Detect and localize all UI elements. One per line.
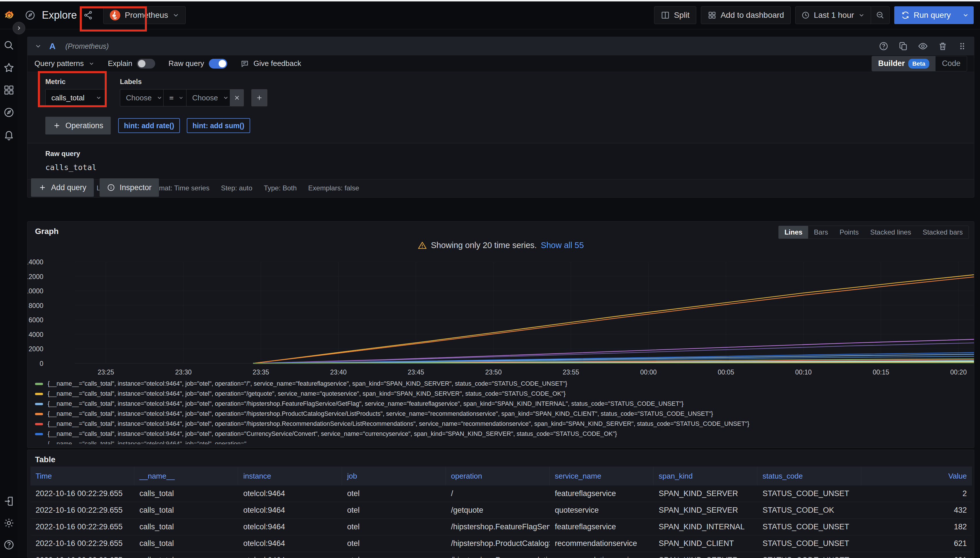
sidebar [0,29,18,558]
table-row[interactable]: 2022-10-16 00:22:29.655calls_totalotelco… [30,535,972,552]
metric-value: calls_total [51,94,85,102]
table-cell: 2022-10-16 00:22:29.655 [30,519,134,535]
compass-icon [25,10,36,21]
legend-item[interactable]: {__name__="calls_total", instance="otelc… [35,409,967,419]
table-row[interactable]: 2022-10-16 00:22:29.655calls_totalotelco… [30,519,972,535]
inspector-button[interactable]: Inspector [100,178,159,197]
add-query-button[interactable]: Add query [31,178,94,197]
legend-item[interactable]: {__name__="calls_total", instance="otelc… [35,399,967,409]
column-header-operation[interactable]: operation [446,466,550,486]
builder-mode-tab[interactable]: Builder Beta [872,56,936,71]
signin-icon[interactable] [3,496,15,507]
query-row-header[interactable]: A (Prometheus) [28,37,974,55]
show-all-series-link[interactable]: Show all 55 [541,241,584,250]
table-cell: 2022-10-16 00:22:29.655 [30,552,134,558]
query-options-row[interactable]: Options Legend: AutoFormat: Time seriesS… [28,179,974,197]
give-feedback-button[interactable]: Give feedback [240,59,301,68]
compass-icon[interactable] [3,107,15,118]
query-ref-id: A [49,41,56,51]
legend-item[interactable]: {__name__="calls_total", instance="otelc… [35,379,967,389]
query-hint-button-1[interactable]: hint: add sum() [187,118,250,133]
share-icon[interactable] [83,10,93,20]
apps-icon[interactable] [3,84,15,96]
column-header-Time[interactable]: Time [30,466,134,486]
run-query-caret[interactable] [958,6,974,24]
help-icon[interactable] [879,41,888,51]
zoom-out-icon[interactable] [871,7,890,24]
cog-icon[interactable] [3,517,15,529]
query-patterns-dropdown[interactable]: Query patterns [35,59,95,68]
graph-mode-tabs: LinesBarsPointsStacked linesStacked bars [778,226,969,239]
table-row[interactable]: 2022-10-16 00:22:29.655calls_totalotelco… [30,486,972,502]
add-operation-button[interactable]: Operations [45,117,111,135]
apps-icon [707,11,717,20]
column-header-job[interactable]: job [342,466,446,486]
legend-item[interactable]: {__name__="calls_total", instance="otelc… [35,429,967,439]
raw-query-toggle[interactable] [209,59,227,69]
builder-label: Builder [878,59,905,68]
table-cell: quoteservice [550,502,653,519]
table-cell: otel [342,552,446,558]
series-limit-warning: Showing only 20 time series. Show all 55 [28,241,974,250]
legend-swatch [35,443,43,445]
graph-mode-bars[interactable]: Bars [808,226,834,239]
legend-item[interactable]: {__name__="calls_total", instance="otelc… [35,389,967,399]
table-cell: calls_total [134,552,238,558]
column-header-status-code[interactable]: status_code [757,466,861,486]
explain-toggle[interactable] [137,59,155,69]
table-cell: 2022-10-16 00:22:29.655 [30,535,134,552]
copy-icon[interactable] [898,41,908,51]
column-header-span-kind[interactable]: span_kind [653,466,757,486]
split-icon [661,11,670,20]
run-query-button[interactable]: Run query [894,6,958,24]
bell-icon[interactable] [3,129,15,141]
split-label: Split [674,11,689,20]
editor-mode-switch: Builder Beta Code [871,56,967,71]
table-cell: / [446,486,550,502]
graph-canvas[interactable] [75,262,974,364]
graph-mode-stacked-bars[interactable]: Stacked bars [917,226,968,239]
table-cell: STATUS_CODE_UNSET [757,486,861,502]
y-axis-tick: 8000 [27,302,43,310]
split-button[interactable]: Split [654,6,696,24]
results-table: Time__name__instancejoboperationservice_… [30,466,972,558]
help-icon[interactable] [3,539,15,551]
label-operator-select[interactable]: = [163,89,186,107]
table-panel: Table Time__name__instancejoboperationse… [27,450,974,558]
legend-item[interactable]: {__name__="calls_total", instance="otelc… [35,419,967,429]
label-key-select[interactable]: Choose [120,89,163,107]
legend-label: {__name__="calls_total", instance="otelc… [48,440,252,444]
column-header-Value[interactable]: Value [861,466,972,486]
legend-item[interactable]: {__name__="calls_total", instance="otelc… [35,439,967,444]
graph-legend: {__name__="calls_total", instance="otelc… [35,379,967,444]
table-row[interactable]: 2022-10-16 00:22:29.655calls_totalotelco… [30,552,972,558]
column-header-instance[interactable]: instance [238,466,342,486]
trash-icon[interactable] [938,41,947,51]
label-value-select[interactable]: Choose [186,89,230,107]
star-icon[interactable] [3,62,15,74]
graph-mode-lines[interactable]: Lines [779,226,808,239]
y-axis-tick: 14000 [27,258,43,266]
graph-mode-points[interactable]: Points [834,226,864,239]
search-icon[interactable] [3,39,15,51]
sidebar-expand-button[interactable] [13,22,25,34]
add-label-filter-button[interactable] [251,89,267,107]
drag-handle-icon[interactable] [957,41,967,51]
grafana-logo[interactable] [0,9,18,21]
metric-select[interactable]: calls_total [45,89,107,107]
collapse-chevron-icon[interactable] [35,43,42,50]
legend-label: {__name__="calls_total", instance="otelc… [48,430,617,438]
eye-icon[interactable] [918,41,928,51]
table-cell: otel [342,519,446,535]
remove-label-filter-button[interactable] [230,89,244,107]
time-range-button[interactable]: Last 1 hour [796,11,871,20]
query-hint-button-0[interactable]: hint: add rate() [118,118,180,133]
code-mode-tab[interactable]: Code [936,56,967,71]
datasource-picker[interactable]: Prometheus [103,6,186,24]
column-header-service-name[interactable]: service_name [550,466,653,486]
graph-mode-stacked-lines[interactable]: Stacked lines [864,226,917,239]
column-header---name--[interactable]: __name__ [134,466,238,486]
add-to-dashboard-button[interactable]: Add to dashboard [701,6,791,24]
table-cell: SPAN_KIND_CLIENT [653,535,757,552]
table-row[interactable]: 2022-10-16 00:22:29.655calls_totalotelco… [30,502,972,519]
